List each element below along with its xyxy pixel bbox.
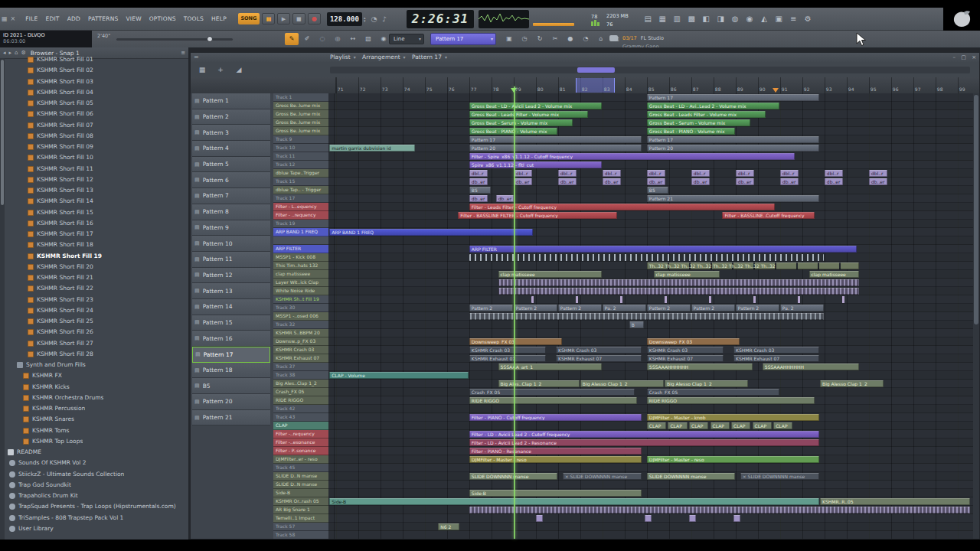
playlist-lane[interactable]: Filter - PIANO - Cutoff frequencyDJMFilt…: [328, 413, 975, 422]
playlist-clip[interactable]: dbl..r: [825, 170, 843, 177]
pattern-item[interactable]: ▤Pattern 8: [192, 204, 270, 220]
pattern-item[interactable]: ▤Pattern 1: [192, 93, 270, 109]
playlist-clip[interactable]: Filter - BASSLINE..Cutoff frequency: [722, 212, 815, 219]
playlist-clip[interactable]: SLIDE DOWNNNN manse: [647, 473, 735, 480]
cut-icon[interactable]: ✂: [548, 33, 562, 45]
playlist-clip[interactable]: Pattern 17: [469, 136, 642, 143]
playlist-lane[interactable]: db..erdb..erPattern 21: [328, 194, 975, 203]
playlist-clip[interactable]: Filter - PIANO - Resonance: [469, 448, 642, 455]
recording-panel-icon[interactable]: ▣: [772, 11, 786, 27]
track-name[interactable]: RIDE RIGGO: [273, 396, 328, 405]
pause-button[interactable]: ▮▮: [262, 13, 275, 24]
playlist-clip[interactable]: N6 2: [438, 523, 459, 530]
playlist-lane[interactable]: [328, 464, 975, 472]
playlist-clip[interactable]: Big Ales..Clap 1_2: [498, 380, 580, 387]
playlist-clip[interactable]: 5SSAAAHHHHHH: [647, 364, 753, 370]
playlist-clip[interactable]: B: [629, 321, 644, 328]
track-name[interactable]: Track 32: [273, 321, 328, 329]
track-name[interactable]: Filter - ..requency: [273, 211, 328, 220]
browser-item[interactable]: KSHMR Short Fill 19: [5, 251, 188, 262]
menu-patterns[interactable]: PATTERNS: [84, 8, 122, 31]
mute-tool-icon[interactable]: ◎: [331, 33, 345, 45]
track-name[interactable]: Crash_FX 05: [273, 388, 328, 396]
playlist-lane[interactable]: [328, 220, 975, 228]
playlist-clip[interactable]: Gross Beat - Serum - Volume mix: [469, 119, 573, 126]
playlist-clip[interactable]: Pattern 2: [736, 305, 779, 311]
browser-item[interactable]: KSHMR Short Fill 02: [5, 65, 188, 76]
pattern-item[interactable]: ▤Pattern 20: [192, 394, 270, 410]
touch-mode-icon[interactable]: ◉: [743, 11, 757, 27]
playlist-vscrollbar[interactable]: [973, 93, 979, 539]
playlist-lane[interactable]: ARP BAND 1 FREQ: [328, 228, 975, 236]
playlist-lane[interactable]: dbl..rdbl..rdbl..rdbl..rdbl..rdbl..rdbl.…: [328, 169, 975, 178]
track-name[interactable]: Filter - P..sonance: [273, 447, 328, 455]
browser-item[interactable]: KSHMR Short Fill 21: [5, 272, 188, 283]
playlist-lane[interactable]: B: [328, 321, 975, 329]
tempo-tap-icon[interactable]: ◍: [728, 11, 743, 27]
playlist-lane[interactable]: Gross Beat - Serum - Volume mixGross Bea…: [328, 119, 975, 127]
track-name[interactable]: Track 58: [273, 531, 328, 539]
playlist-hscrollbar[interactable]: [330, 67, 970, 73]
playlist-clip[interactable]: db..er: [558, 178, 577, 185]
pattern-item[interactable]: ▤Pattern 12: [192, 268, 270, 284]
playlist-clip[interactable]: db..er: [514, 178, 532, 185]
track-name[interactable]: [273, 236, 328, 245]
playlist-lane[interactable]: Gross Beat - Leads Filter - Volume mixGr…: [328, 110, 975, 119]
pattern-selector[interactable]: Pattern 17▾: [430, 33, 496, 45]
track-name[interactable]: SLIDE D..N manse: [273, 481, 328, 489]
record-button[interactable]: ●: [308, 13, 321, 24]
browser-item[interactable]: KSHMR Short Fill 13: [5, 185, 188, 196]
playlist-lane[interactable]: [328, 236, 975, 245]
browser-item[interactable]: TriSamples - 808 Trapstep Pack Vol 1: [5, 513, 188, 523]
track-name[interactable]: CLAP: [273, 422, 328, 430]
playlist-lane[interactable]: 5SSAAA_art_15SSAAAHHHHHH5SSAAAHHHHHH: [328, 363, 975, 371]
plugin-picker-icon[interactable]: ◨: [714, 11, 728, 27]
playlist-lane[interactable]: Filter - PIANO - Resonance: [328, 447, 975, 455]
master-volume-slider[interactable]: [116, 38, 233, 41]
playlist-clip[interactable]: Pattern 2: [558, 305, 602, 311]
track-name[interactable]: KSHMR Sh..t Fill 19: [273, 295, 328, 304]
playlist-clip[interactable]: db..er: [469, 178, 488, 185]
playlist-lane[interactable]: Gross Beat - LD - Avicii Lead 2 - Volume…: [328, 102, 975, 110]
track-name[interactable]: clap matisseee: [273, 270, 328, 279]
browser-item[interactable]: TrapSquad Presents - Trap Loops (Hipstru…: [5, 501, 188, 512]
app-grid-icon[interactable]: ▦: [2, 15, 8, 22]
maximize-icon[interactable]: ▢: [961, 54, 966, 60]
browser-item[interactable]: KSHMR Short Fill 24: [5, 305, 188, 316]
menu-file[interactable]: FILE: [21, 8, 41, 31]
playlist-clip[interactable]: KSHMR Crash 03: [647, 347, 724, 354]
track-name[interactable]: Track 57: [273, 523, 328, 531]
playlist-clip[interactable]: RIDE RIGGO: [647, 397, 815, 404]
menu-tools[interactable]: TOOLS: [180, 8, 207, 31]
playlist-lane[interactable]: Filter - Leads Filter - Cutoff frequency: [328, 203, 975, 211]
stop-button[interactable]: ■: [292, 13, 305, 24]
playlist-clip[interactable]: KSHMR Exhaust 07: [556, 355, 642, 362]
playlist-clip[interactable]: Gross Beat - LD - Avicii Lead 2 - Volume…: [469, 103, 602, 109]
playlist-clip[interactable]: Pattern 17: [647, 136, 819, 143]
browser-item[interactable]: KSHMR Short Fill 07: [5, 120, 188, 131]
playlist-clip[interactable]: Pattern 2: [469, 305, 513, 311]
playlist-lane[interactable]: N6 2: [328, 523, 975, 531]
playlist-clip[interactable]: Gross Beat - LD - Avi..Lead 2 - Volume m…: [647, 103, 779, 109]
track-name[interactable]: Track 42: [273, 405, 328, 413]
playlist-lane[interactable]: Filter - BASSLINE FILTER - Cutoff freque…: [328, 211, 975, 220]
clip-source-icon[interactable]: ▦: [195, 64, 209, 75]
playlist-clip[interactable]: [469, 313, 824, 320]
track-name[interactable]: Downsw..p_FX 03: [273, 337, 328, 346]
song-mode-button[interactable]: SONG: [238, 13, 260, 24]
playlist-lane[interactable]: Pattern 2Pattern 2Pattern 2Pa. 2Pattern …: [328, 304, 975, 312]
playlist-clip[interactable]: Gross Beat - Leads Filter - Volume mix: [469, 111, 589, 118]
browser-item[interactable]: KSHMR Short Fill 26: [5, 327, 188, 337]
track-name[interactable]: KSHMR Or..rash 05: [273, 497, 328, 506]
track-name[interactable]: SLIDE D..N manse: [273, 472, 328, 481]
playlist-clip[interactable]: B5: [647, 187, 668, 194]
playlist-lane[interactable]: KSHMR Exhaust 07KSHMR Exhaust 07KSHMR Ex…: [328, 354, 975, 363]
playlist-clip[interactable]: dbl..r: [691, 170, 710, 177]
browser-item[interactable]: KSHMR Short Fill 06: [5, 109, 188, 119]
playlist-lane[interactable]: Crash_FX 05Crash_FX 05: [328, 388, 975, 396]
playlist-lane[interactable]: Filter - Spire_x86_v1.1.12 - Cutoff freq…: [328, 152, 975, 161]
track-name[interactable]: Track 15: [273, 178, 328, 186]
playlist-lane[interactable]: [328, 506, 975, 514]
playlist-lane[interactable]: clap matisseeeclap matisseeeclap matisse…: [328, 270, 975, 279]
browser-item[interactable]: KSHMR Snares: [5, 414, 188, 425]
